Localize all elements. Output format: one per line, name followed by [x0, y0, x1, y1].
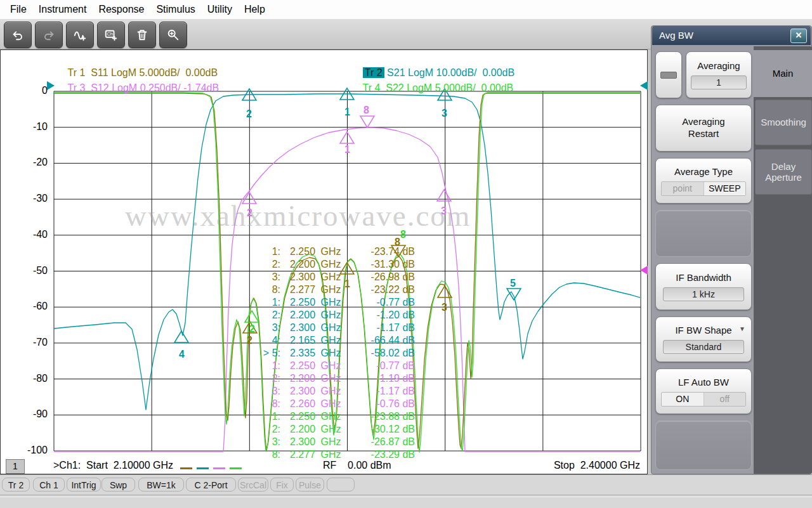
marker-row: 1:2.250 GHz-0.77 dB [244, 360, 415, 372]
menu-item-file[interactable]: File [10, 4, 27, 15]
status-button-ch-1[interactable]: Ch 1 [33, 478, 65, 492]
menu-item-instrument[interactable]: Instrument [39, 4, 87, 15]
status-divider [0, 495, 812, 497]
plot-area: 213452213881823 Tr 1 S11 LogM 5.000dB/ 0… [0, 49, 648, 474]
averaging-label: Averaging [697, 60, 740, 71]
svg-text:1: 1 [344, 107, 350, 117]
lf-auto-bw-segmented: ON off [661, 392, 746, 407]
svg-text:3: 3 [442, 108, 447, 119]
menu-item-help[interactable]: Help [244, 4, 265, 15]
status-button-pulse[interactable]: Pulse [296, 478, 324, 492]
zoom-in-icon[interactable] [159, 22, 187, 48]
trace4-label[interactable]: Tr 4 S22 LogM 5.000dB/ 0.00dB [351, 71, 513, 105]
averaging-toggle-button[interactable] [655, 51, 682, 98]
lf-auto-bw-button[interactable]: LF Auto BW ON off [655, 368, 752, 414]
blank-button-1 [655, 210, 752, 257]
panel-title-bar[interactable]: Avg BW ✕ [652, 26, 811, 45]
svg-text:8: 8 [400, 229, 406, 240]
undo-icon[interactable] [4, 22, 32, 48]
legend-dash [213, 467, 225, 469]
averaging-led-icon [660, 72, 677, 79]
svg-text:2: 2 [246, 108, 252, 119]
status-button-swp[interactable]: Swp [102, 478, 135, 492]
if-bandwidth-value-field: 1 kHz [663, 287, 744, 301]
menu-item-utility[interactable]: Utility [207, 4, 232, 15]
y-axis-label: -10 [16, 121, 48, 133]
lf-auto-bw-off-option[interactable]: off [704, 393, 746, 406]
tab-main[interactable]: Main [754, 50, 812, 97]
channel-stop-label[interactable]: Stop 2.40000 GHz [489, 460, 640, 471]
average-type-button[interactable]: Average Type point SWEEP [655, 158, 752, 204]
marker-row: 3:2.300 GHz-26.98 dB [244, 271, 415, 283]
average-type-point-option[interactable]: point [662, 182, 704, 195]
menu-item-stimulus[interactable]: Stimulus [156, 4, 195, 15]
menu-bar: FileInstrumentResponseStimulusUtilityHel… [0, 0, 812, 19]
svg-text:8: 8 [363, 105, 369, 115]
averaging-value-field: 1 [691, 75, 747, 89]
if-bw-shape-label: IF BW Shape [675, 325, 731, 335]
close-icon[interactable]: ✕ [790, 29, 807, 43]
y-axis-label: -30 [16, 193, 48, 204]
trace3-label[interactable]: Tr 3 S12 LogM 0.250dB/ -1.74dB [56, 71, 219, 105]
if-bw-shape-value-field: Standard [663, 340, 744, 354]
rf-power-label[interactable]: RF 0.00 dBm [323, 460, 391, 471]
avg-bw-panel: Avg BW ✕ Averaging 1 Averaging Restart A… [651, 25, 812, 474]
marker-row: > 5:2.335 GHz-58.02 dB [244, 347, 415, 360]
status-button-c-2-port[interactable]: C 2-Port [186, 478, 236, 492]
svg-text:1: 1 [344, 144, 350, 155]
y-axis-label: -50 [16, 265, 48, 277]
marker-row: 2:2.200 GHz-1.19 dB [244, 372, 415, 385]
legend-dash [230, 467, 242, 469]
marker-row: 2:2.200 GHz-1.20 dB [244, 309, 415, 322]
lf-auto-bw-on-option[interactable]: ON [662, 393, 704, 406]
status-button-inttrig[interactable]: IntTrig [67, 478, 101, 492]
if-bandwidth-button[interactable]: IF Bandwidth 1 kHz [655, 263, 752, 310]
y-axis-label: -20 [16, 157, 48, 168]
channel-number-badge[interactable]: 1 [6, 459, 25, 474]
y-axis-label: -70 [16, 337, 48, 348]
menu-item-response[interactable]: Response [98, 4, 144, 15]
add-channel-icon[interactable]: Ch [97, 22, 125, 48]
status-button-tr-2[interactable]: Tr 2 [2, 478, 30, 492]
svg-text:3: 3 [441, 205, 447, 216]
add-trace-icon[interactable] [66, 22, 94, 48]
status-button-srccal[interactable]: SrcCal [238, 478, 268, 492]
marker-row: 2:2.200 GHz-31.30 dB [244, 258, 415, 271]
status-button-bw-1k[interactable]: BW=1k [138, 478, 184, 492]
svg-text:Ch: Ch [107, 31, 112, 37]
average-type-sweep-option[interactable]: SWEEP [704, 182, 746, 195]
average-type-segmented: point SWEEP [661, 181, 746, 196]
marker-row: 1:2.250 GHz-23.74 dB [244, 245, 415, 258]
marker-row: 3:2.300 GHz-26.87 dB [244, 436, 415, 448]
tab-smoothing[interactable]: Smoothing [755, 100, 812, 145]
averaging-button[interactable]: Averaging 1 [686, 51, 752, 98]
svg-text:5: 5 [510, 278, 516, 289]
marker-readout-table: 1:2.250 GHz-23.74 dB2:2.200 GHz-31.30 dB… [244, 245, 415, 461]
delete-trash-icon[interactable] [128, 22, 156, 48]
y-axis-label: 0 [16, 85, 48, 96]
tab-delay-aperture[interactable]: Delay Aperture [755, 149, 812, 195]
if-bandwidth-label: IF Bandwidth [676, 272, 731, 283]
legend-dash [197, 467, 209, 469]
channel-start-label[interactable]: >Ch1: Start 2.10000 GHz [53, 460, 173, 471]
if-bw-shape-button[interactable]: ▼ IF BW Shape Standard [655, 316, 752, 362]
status-bar: Tr 2Ch 1IntTrigSwpBW=1kC 2-PortSrcCalFix… [0, 474, 812, 508]
blank-button-2 [655, 420, 752, 470]
marker-row: 8:2.277 GHz-23.29 dB [244, 448, 415, 461]
redo-icon[interactable] [35, 22, 63, 48]
status-button-blank[interactable] [327, 478, 355, 492]
y-axis-label: -60 [16, 301, 48, 312]
averaging-restart-button[interactable]: Averaging Restart [655, 105, 752, 152]
trace4-id: Tr 4 [363, 82, 381, 93]
panel-tab-column: Main Smoothing Delay Aperture [754, 46, 812, 474]
y-axis-label: -100 [16, 445, 48, 456]
marker-row: 3:2.300 GHz-1.17 dB [244, 322, 415, 334]
y-axis-label: -80 [16, 373, 48, 384]
marker-row: 1:2.250 GHz-0.77 dB [244, 296, 415, 309]
y-axis-label: -40 [16, 229, 48, 240]
status-button-fix[interactable]: Fix [270, 478, 294, 492]
chevron-down-icon: ▼ [739, 325, 745, 332]
average-type-label: Average Type [674, 166, 733, 177]
legend-dash [180, 467, 192, 469]
svg-text:2: 2 [247, 207, 252, 218]
